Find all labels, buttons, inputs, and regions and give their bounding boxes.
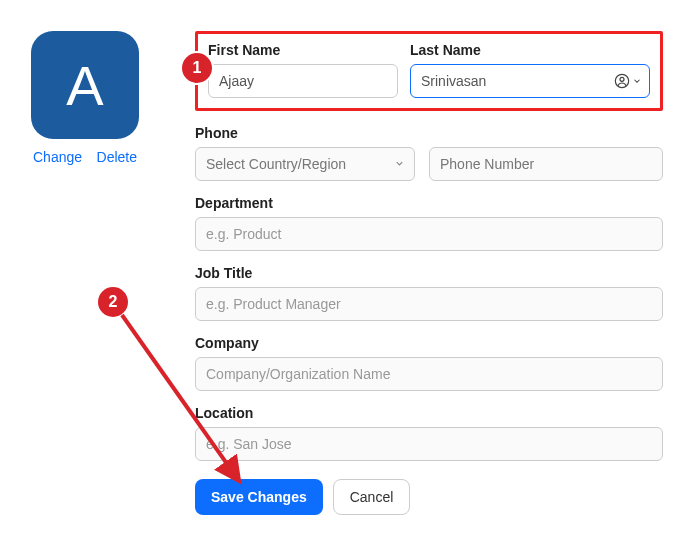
job-title-label: Job Title — [195, 265, 663, 281]
company-input[interactable] — [195, 357, 663, 391]
avatar-change-link[interactable]: Change — [33, 149, 82, 165]
location-input[interactable] — [195, 427, 663, 461]
annotation-badge-2: 2 — [98, 287, 128, 317]
phone-number-input[interactable] — [429, 147, 663, 181]
avatar: A — [31, 31, 139, 139]
name-fields-highlight: First Name Last Name — [195, 31, 663, 111]
save-changes-button[interactable]: Save Changes — [195, 479, 323, 515]
avatar-delete-link[interactable]: Delete — [97, 149, 137, 165]
phone-country-select[interactable] — [195, 147, 415, 181]
department-label: Department — [195, 195, 663, 211]
cancel-button[interactable]: Cancel — [333, 479, 411, 515]
last-name-label: Last Name — [410, 42, 650, 58]
department-input[interactable] — [195, 217, 663, 251]
first-name-input[interactable] — [208, 64, 398, 98]
phone-label: Phone — [195, 125, 663, 141]
location-label: Location — [195, 405, 663, 421]
job-title-input[interactable] — [195, 287, 663, 321]
svg-point-1 — [620, 77, 624, 81]
company-label: Company — [195, 335, 663, 351]
first-name-label: First Name — [208, 42, 398, 58]
last-name-contact-icon[interactable] — [614, 73, 642, 89]
chevron-down-icon — [632, 76, 642, 86]
annotation-badge-1: 1 — [182, 53, 212, 83]
